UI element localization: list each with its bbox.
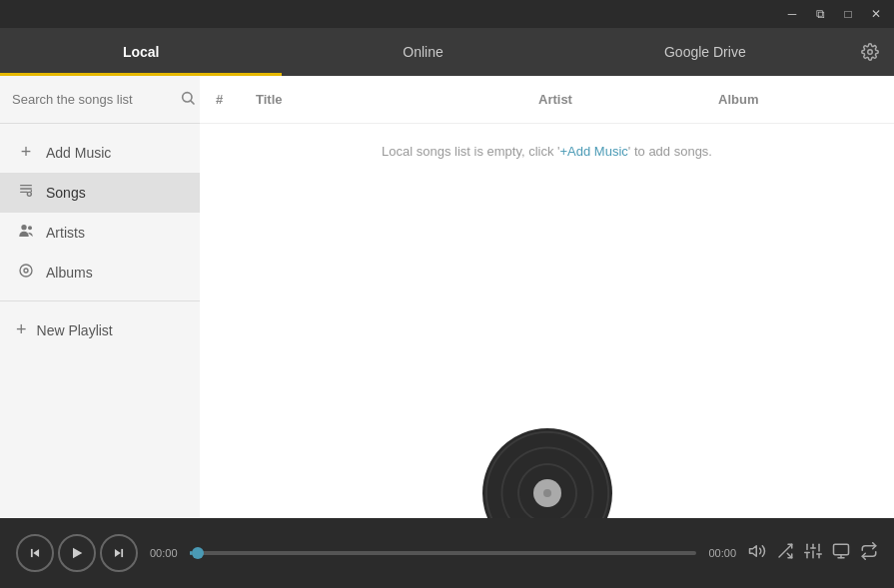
search-input[interactable] [12,92,180,107]
albums-icon [16,263,36,283]
albums-label: Albums [46,265,93,281]
progress-thumb [192,547,204,559]
artists-label: Artists [46,225,85,241]
repeat-button[interactable] [860,542,878,564]
sidebar-divider [0,300,200,301]
tab-local[interactable]: Local [0,28,282,76]
sidebar-nav: + Add Music Songs [0,124,200,518]
current-time: 00:00 [150,547,178,559]
svg-point-9 [28,226,32,230]
songs-label: Songs [46,185,86,201]
svg-rect-16 [121,549,123,557]
table-header: # Title Artist Album [200,76,894,124]
svg-marker-12 [33,549,39,557]
new-playlist-label: New Playlist [37,322,113,338]
col-artist-header: Artist [538,92,718,107]
sidebar-item-new-playlist[interactable]: + New Playlist [0,309,200,350]
prev-button[interactable] [16,534,54,572]
artists-icon [16,223,36,243]
svg-point-11 [24,269,28,273]
player-actions [748,542,878,564]
svg-marker-15 [115,549,121,557]
shuffle-button[interactable] [776,542,794,564]
next-button[interactable] [100,534,138,572]
add-music-label: Add Music [46,145,111,161]
svg-rect-13 [31,549,33,557]
svg-marker-14 [73,548,82,559]
play-button[interactable] [58,534,96,572]
main-content: # Title Artist Album Local songs list is… [200,76,894,518]
volume-button[interactable] [748,542,766,564]
vinyl-record [482,428,612,518]
svg-point-6 [27,192,31,196]
svg-marker-17 [750,546,757,557]
svg-point-0 [868,50,873,55]
player-bar: 00:00 00:00 [0,518,894,588]
svg-line-2 [191,101,194,104]
maximize-button[interactable]: □ [834,3,862,25]
gear-icon [861,43,879,61]
vinyl-area [200,398,894,518]
minimize-button[interactable]: ─ [778,3,806,25]
search-icon[interactable] [180,90,196,110]
search-bar [0,76,200,124]
settings-button[interactable] [846,28,894,76]
tab-online[interactable]: Online [282,28,563,76]
screen-button[interactable] [832,542,850,564]
col-title-header: Title [256,92,538,107]
add-music-icon: + [16,142,36,163]
empty-message: Local songs list is empty, click '+Add M… [200,124,894,398]
empty-message-suffix: ' to add songs. [628,144,712,159]
tab-bar: Local Online Google Drive [0,28,894,76]
equalizer-button[interactable] [804,542,822,564]
sidebar-item-albums[interactable]: Albums [0,253,200,293]
app-container: ─ ⧉ □ ✕ Local Online Google Drive [0,0,894,588]
svg-rect-4 [20,188,32,189]
new-playlist-icon: + [16,319,27,340]
player-controls [16,534,138,572]
songs-icon [16,183,36,203]
progress-container[interactable] [190,551,697,555]
empty-message-prefix: Local songs list is empty, click ' [382,144,560,159]
content-area: + Add Music Songs [0,76,894,518]
svg-rect-3 [20,185,32,186]
close-button[interactable]: ✕ [862,3,890,25]
sidebar: + Add Music Songs [0,76,200,518]
svg-point-8 [21,225,26,230]
window-bar: ─ ⧉ □ ✕ [0,0,894,28]
add-music-link[interactable]: +Add Music [560,144,628,159]
sidebar-item-songs[interactable]: Songs [0,173,200,213]
vinyl-center-dot [543,489,551,497]
total-time: 00:00 [708,547,736,559]
restore-button[interactable]: ⧉ [806,3,834,25]
sidebar-item-add-music[interactable]: + Add Music [0,132,200,173]
col-num-header: # [216,92,256,107]
col-album-header: Album [718,92,878,107]
vinyl-center [533,479,561,507]
sidebar-item-artists[interactable]: Artists [0,213,200,253]
progress-bar[interactable] [190,551,697,555]
svg-rect-5 [20,192,28,193]
tab-google-drive[interactable]: Google Drive [564,28,846,76]
svg-point-10 [20,265,32,277]
svg-rect-29 [834,544,849,555]
